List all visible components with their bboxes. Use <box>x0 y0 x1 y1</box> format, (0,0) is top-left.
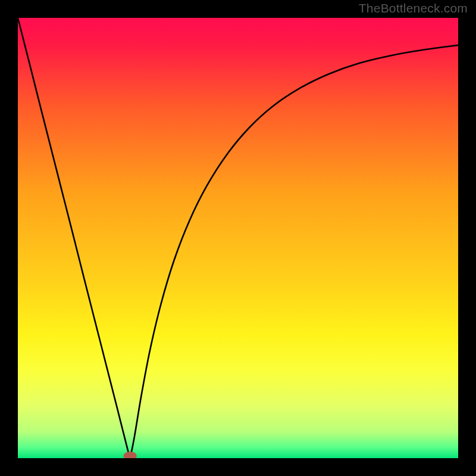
gradient-background <box>18 18 458 458</box>
watermark-text: TheBottleneck.com <box>359 1 468 15</box>
chart-frame: TheBottleneck.com <box>0 0 476 476</box>
bottleneck-chart <box>18 18 458 458</box>
plot-area <box>18 18 458 458</box>
